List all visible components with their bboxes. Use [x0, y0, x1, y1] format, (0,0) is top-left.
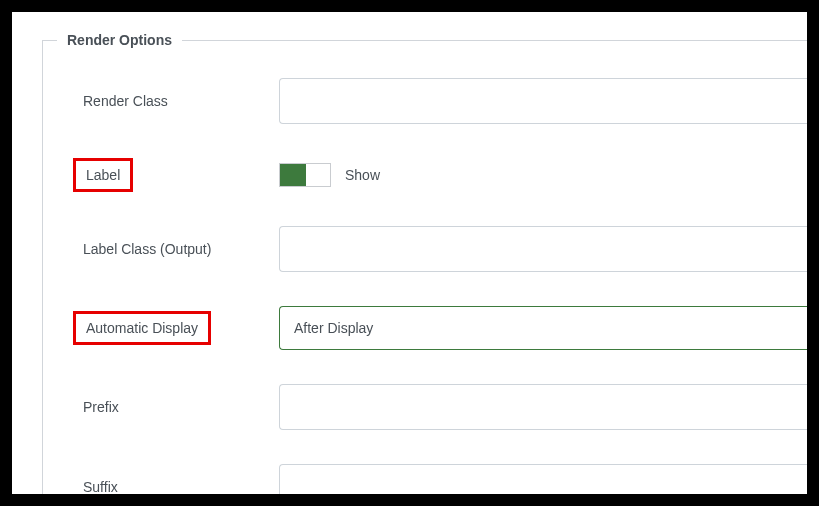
row-automatic-display: Automatic Display After Display: [43, 306, 807, 350]
row-label-class: Label Class (Output): [43, 226, 807, 272]
label-label: Label: [73, 158, 279, 192]
screenshot-frame: Render Options Render Class Label: [0, 0, 819, 506]
suffix-input[interactable]: [279, 464, 807, 494]
label-toggle-text: Show: [345, 167, 380, 183]
prefix-input[interactable]: [279, 384, 807, 430]
label-automatic-display: Automatic Display: [73, 311, 279, 345]
row-label: Label Show: [43, 158, 807, 192]
render-options-fieldset: Render Options Render Class Label: [42, 32, 807, 494]
label-label-class: Label Class (Output): [73, 235, 279, 263]
automatic-display-value: After Display: [294, 320, 373, 336]
row-prefix: Prefix: [43, 384, 807, 430]
content-panel: Render Options Render Class Label: [12, 12, 807, 494]
row-render-class: Render Class: [43, 78, 807, 124]
automatic-display-select[interactable]: After Display: [279, 306, 807, 350]
toggle-knob: [280, 164, 306, 186]
section-title: Render Options: [57, 32, 182, 48]
label-prefix: Prefix: [73, 393, 279, 421]
label-suffix: Suffix: [73, 473, 279, 494]
label-render-class: Render Class: [73, 87, 279, 115]
row-suffix: Suffix: [43, 464, 807, 494]
label-toggle[interactable]: [279, 163, 331, 187]
label-toggle-group: Show: [279, 163, 807, 187]
label-class-input[interactable]: [279, 226, 807, 272]
render-class-input[interactable]: [279, 78, 807, 124]
